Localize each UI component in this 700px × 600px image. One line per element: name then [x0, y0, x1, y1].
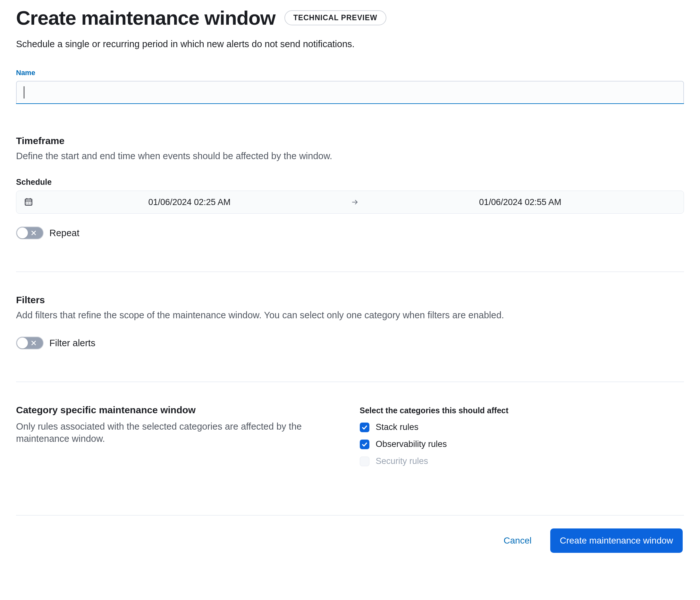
name-field: Name — [16, 69, 684, 103]
filters-section: Filters Add filters that refine the scop… — [16, 294, 684, 350]
categories-description: Only rules associated with the selected … — [16, 421, 341, 445]
create-maintenance-window-button[interactable]: Create maintenance window — [550, 528, 683, 553]
filters-heading: Filters — [16, 294, 684, 306]
checkbox-security-rules — [360, 457, 369, 466]
category-checkbox-row-stack: Stack rules — [360, 422, 684, 432]
section-divider — [16, 382, 684, 382]
check-icon — [361, 441, 368, 448]
checkbox-label-observability-rules: Observability rules — [376, 439, 447, 449]
category-checkbox-row-observability: Observability rules — [360, 439, 684, 449]
repeat-toggle[interactable] — [16, 226, 44, 239]
close-icon — [31, 230, 36, 236]
repeat-toggle-label: Repeat — [49, 228, 79, 238]
cancel-button[interactable]: Cancel — [501, 530, 534, 552]
svg-point-5 — [28, 202, 29, 203]
categories-section: Category specific maintenance window Onl… — [16, 405, 684, 473]
page-subtitle: Schedule a single or recurring period in… — [16, 39, 684, 49]
checkbox-observability-rules[interactable] — [360, 439, 369, 449]
svg-point-9 — [30, 203, 30, 204]
check-icon — [361, 424, 368, 431]
timeframe-section: Timeframe Define the start and end time … — [16, 136, 684, 239]
page-title: Create maintenance window — [16, 6, 275, 29]
repeat-toggle-row: Repeat — [16, 226, 684, 239]
checkbox-label-stack-rules: Stack rules — [376, 422, 419, 432]
arrow-right-icon — [345, 198, 365, 206]
filter-alerts-toggle-row: Filter alerts — [16, 337, 684, 350]
schedule-start-date[interactable]: 01/06/2024 02:25 AM — [34, 197, 345, 207]
name-input[interactable] — [16, 81, 684, 103]
toggle-knob — [17, 338, 28, 349]
checkbox-label-security-rules: Security rules — [376, 456, 428, 466]
timeframe-heading: Timeframe — [16, 136, 684, 146]
calendar-icon — [24, 197, 34, 207]
footer-actions: Cancel Create maintenance window — [16, 528, 684, 553]
page-header: Create maintenance window TECHNICAL PREV… — [16, 6, 684, 29]
svg-point-7 — [27, 203, 27, 204]
technical-preview-badge: TECHNICAL PREVIEW — [284, 10, 386, 25]
svg-point-6 — [30, 202, 30, 203]
filter-alerts-toggle-label: Filter alerts — [49, 338, 95, 349]
footer-divider — [16, 515, 684, 515]
svg-point-8 — [28, 203, 29, 204]
categories-select-label: Select the categories this should affect — [360, 406, 684, 415]
checkbox-stack-rules[interactable] — [360, 423, 369, 432]
filters-description: Add filters that refine the scope of the… — [16, 310, 684, 320]
toggle-knob — [17, 227, 28, 238]
categories-heading: Category specific maintenance window — [16, 405, 341, 415]
svg-point-4 — [27, 202, 27, 203]
section-divider — [16, 271, 684, 272]
categories-description-column: Category specific maintenance window Onl… — [16, 405, 341, 473]
timeframe-description: Define the start and end time when event… — [16, 151, 684, 161]
filter-alerts-toggle[interactable] — [16, 337, 44, 350]
page-root: Create maintenance window TECHNICAL PREV… — [0, 0, 700, 566]
close-icon — [31, 340, 36, 346]
schedule-end-date[interactable]: 01/06/2024 02:55 AM — [365, 197, 676, 207]
category-checkbox-row-security: Security rules — [360, 456, 684, 466]
categories-select-column: Select the categories this should affect… — [360, 405, 684, 473]
schedule-label: Schedule — [16, 177, 684, 187]
name-label: Name — [16, 69, 684, 77]
schedule-date-range[interactable]: 01/06/2024 02:25 AM 01/06/2024 02:55 AM — [16, 191, 684, 214]
text-caret — [24, 86, 24, 98]
